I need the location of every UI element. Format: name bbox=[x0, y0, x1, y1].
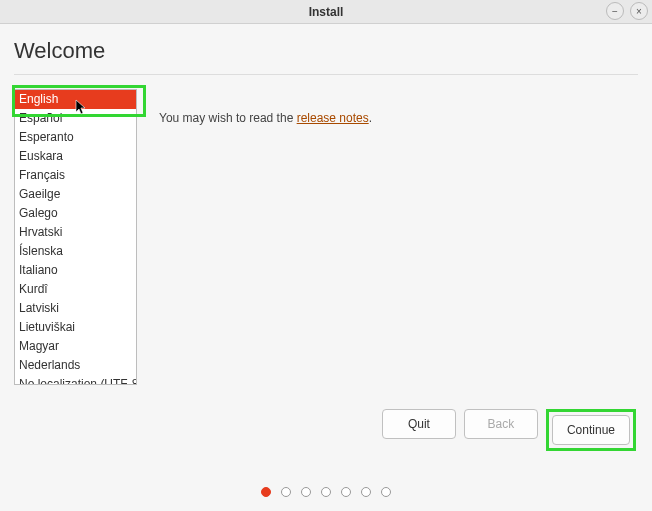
step-dot bbox=[341, 487, 351, 497]
language-item[interactable]: Italiano bbox=[15, 261, 136, 280]
note-prefix: You may wish to read the bbox=[159, 111, 297, 125]
language-item[interactable]: Galego bbox=[15, 204, 136, 223]
step-dot bbox=[321, 487, 331, 497]
step-dot bbox=[361, 487, 371, 497]
step-dot bbox=[381, 487, 391, 497]
language-item[interactable]: Magyar bbox=[15, 337, 136, 356]
continue-button[interactable]: Continue bbox=[552, 415, 630, 445]
window-controls: − × bbox=[606, 2, 648, 20]
language-item[interactable]: Latviski bbox=[15, 299, 136, 318]
progress-stepper bbox=[261, 487, 391, 497]
window-title: Install bbox=[309, 5, 344, 19]
step-dot bbox=[261, 487, 271, 497]
language-list[interactable]: EnglishEspañolEsperantoEuskaraFrançaisGa… bbox=[14, 89, 137, 385]
language-item[interactable]: Lietuviškai bbox=[15, 318, 136, 337]
back-button: Back bbox=[464, 409, 538, 439]
language-item[interactable]: Español bbox=[15, 109, 136, 128]
main-area: EnglishEspañolEsperantoEuskaraFrançaisGa… bbox=[14, 89, 638, 385]
language-item[interactable]: Íslenska bbox=[15, 242, 136, 261]
close-button[interactable]: × bbox=[630, 2, 648, 20]
language-list-wrap: EnglishEspañolEsperantoEuskaraFrançaisGa… bbox=[14, 89, 137, 385]
note-suffix: . bbox=[369, 111, 372, 125]
content-area: Welcome EnglishEspañolEsperantoEuskaraFr… bbox=[0, 24, 652, 385]
language-item[interactable]: Euskara bbox=[15, 147, 136, 166]
quit-button[interactable]: Quit bbox=[382, 409, 456, 439]
release-notes-link[interactable]: release notes bbox=[297, 111, 369, 125]
language-item[interactable]: Nederlands bbox=[15, 356, 136, 375]
language-item[interactable]: Kurdî bbox=[15, 280, 136, 299]
button-row: Quit Back Continue bbox=[382, 409, 636, 451]
step-dot bbox=[301, 487, 311, 497]
step-dot bbox=[281, 487, 291, 497]
language-item[interactable]: Hrvatski bbox=[15, 223, 136, 242]
release-notes-text: You may wish to read the release notes. bbox=[159, 111, 372, 385]
tutorial-highlight-continue: Continue bbox=[546, 409, 636, 451]
language-item[interactable]: English bbox=[15, 90, 136, 109]
language-item[interactable]: Français bbox=[15, 166, 136, 185]
language-item[interactable]: Gaeilge bbox=[15, 185, 136, 204]
minimize-button[interactable]: − bbox=[606, 2, 624, 20]
language-item[interactable]: No localization (UTF-8) bbox=[15, 375, 136, 385]
language-item[interactable]: Esperanto bbox=[15, 128, 136, 147]
page-title: Welcome bbox=[14, 38, 638, 75]
titlebar: Install − × bbox=[0, 0, 652, 24]
